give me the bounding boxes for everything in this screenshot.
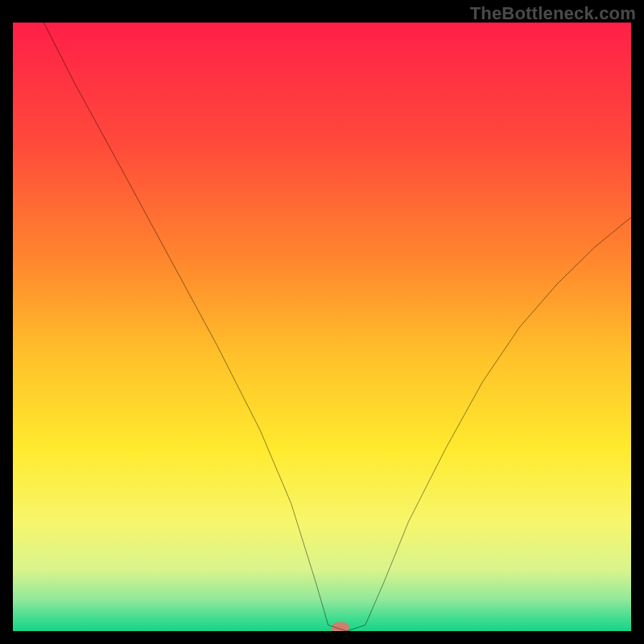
watermark-text: TheBottleneck.com [470,3,636,24]
curve-line [13,23,631,631]
chart-frame: TheBottleneck.com [0,0,644,644]
plot-area [13,23,631,631]
